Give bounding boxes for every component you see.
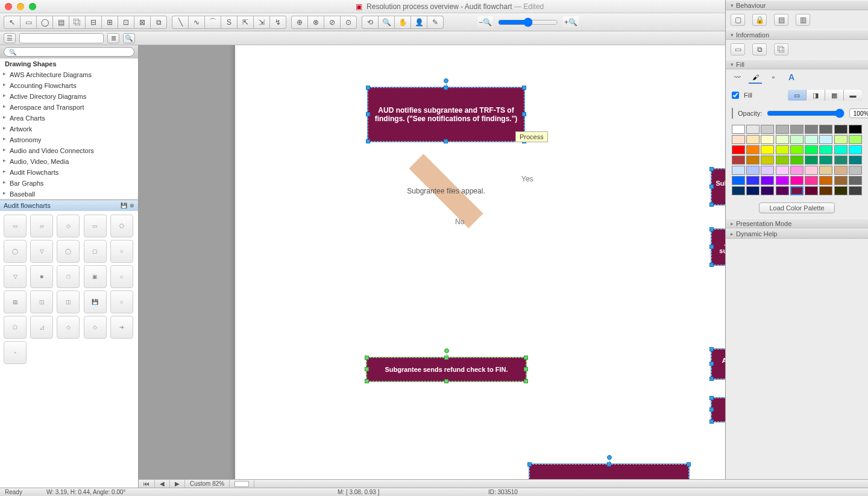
text-tool[interactable]: ▤ [53,16,69,28]
palette-swatch[interactable] [761,166,774,175]
palette-swatch[interactable] [849,166,862,175]
library-category[interactable]: Area Charts [0,113,138,124]
palette-swatch[interactable] [761,176,774,185]
palette-swatch[interactable] [819,125,832,134]
stencil-shape[interactable]: ◫ [30,290,53,313]
fill-tab-fill[interactable]: 🖌 [749,72,762,84]
palette-swatch[interactable] [790,135,804,144]
lock-icon[interactable]: 🔒 [752,14,767,26]
palette-swatch[interactable] [761,145,774,154]
fill-type-gradient[interactable]: ◨ [807,90,825,101]
info-icon-2[interactable]: ⧉ [752,43,767,55]
stencil-shape[interactable]: ⬠ [110,215,133,237]
behaviour-icon-3[interactable]: ▤ [774,14,788,26]
zoom-icon[interactable] [29,3,36,10]
library-category[interactable]: Audio, Video, Media [0,156,138,167]
library-category[interactable]: Baseball [0,189,138,199]
palette-swatch[interactable] [776,186,789,195]
section-presentation[interactable]: Presentation Mode [726,218,868,228]
arrange-tool[interactable]: ⧉ [151,16,166,28]
palette-swatch[interactable] [805,186,818,195]
palette-swatch[interactable] [819,176,832,185]
zoom-in-button[interactable]: +🔍 [563,16,579,28]
palette-swatch[interactable] [790,125,804,134]
library-category[interactable]: Bar Graphs [0,178,138,189]
palette-swatch[interactable] [790,166,804,175]
group-tool[interactable]: ⿻ [69,16,85,28]
stencil-shape[interactable]: ▢ [84,240,107,263]
stencil-shape[interactable]: ◯ [57,240,80,263]
stencil-shape[interactable]: ▽ [30,240,53,263]
snap-tool-2[interactable]: ⊗ [308,16,324,28]
palette-swatch[interactable] [849,186,862,195]
palette-swatch[interactable] [776,135,789,144]
connector-2[interactable]: ⇲ [254,16,269,28]
opacity-slider[interactable] [767,108,844,118]
palette-swatch[interactable] [761,186,774,195]
palette-swatch[interactable] [732,135,745,144]
library-category[interactable]: Active Directory Diagrams [0,91,138,102]
search-icon[interactable]: 🔍 [123,33,135,43]
palette-swatch[interactable] [849,135,862,144]
fill-type-solid[interactable]: ▭ [788,90,806,101]
refresh-tool[interactable]: ⟲ [362,16,378,28]
zoom-slider[interactable] [498,17,558,27]
snap-tool-1[interactable]: ⊕ [292,16,307,28]
palette-swatch[interactable] [805,135,818,144]
distribute-tool[interactable]: ⊠ [134,16,150,28]
stencil-save-icon[interactable]: 💾 [121,202,127,209]
find-input[interactable] [19,33,104,43]
stencil-shape[interactable]: ■ [30,265,53,288]
stencil-shape[interactable]: □ [57,265,80,288]
palette-swatch[interactable] [834,166,848,175]
align-tool-3[interactable]: ⊡ [118,16,134,28]
stencil-shape[interactable]: ◇ [57,316,80,339]
library-category[interactable]: Astronomy [0,134,138,145]
palette-swatch[interactable] [746,135,760,144]
curve-tool[interactable]: ∿ [189,16,204,28]
palette-swatch[interactable] [805,166,818,175]
palette-swatch[interactable] [732,176,745,185]
align-tool-2[interactable]: ⊞ [102,16,118,28]
palette-swatch[interactable] [746,155,760,165]
palette-swatch[interactable] [776,176,789,185]
palette-swatch[interactable] [834,145,848,154]
stencil-shape[interactable]: ▣ [84,265,107,288]
behaviour-icon-1[interactable]: ▢ [731,14,745,26]
palette-swatch[interactable] [776,125,789,134]
library-category[interactable]: Aerospace and Transport [0,102,138,113]
stencil-shape[interactable]: ▫ [4,341,27,364]
palette-swatch[interactable] [790,186,804,195]
stencil-shape[interactable]: ◯ [4,240,27,263]
connector-1[interactable]: ⇱ [237,16,253,28]
stencil-shape[interactable]: ○ [110,265,133,288]
section-behaviour[interactable]: Behaviour [726,0,868,10]
palette-swatch[interactable] [746,186,760,195]
library-search-input[interactable] [4,47,134,57]
palette-swatch[interactable] [776,166,789,175]
library-category[interactable]: Audit Flowcharts [0,167,138,178]
eyedrop-tool[interactable]: ✎ [427,16,443,28]
palette-swatch[interactable] [732,145,745,154]
palette-swatch[interactable] [746,125,760,134]
palette-swatch[interactable] [819,135,832,144]
spline-tool[interactable]: S [221,16,237,28]
palette-swatch[interactable] [849,125,862,134]
section-information[interactable]: Information [726,30,868,40]
palette-swatch[interactable] [732,186,745,195]
line-tool[interactable]: ╲ [172,16,188,28]
stencil-shape[interactable]: ▭ [4,215,27,237]
stencil-shape[interactable]: ⬡ [4,316,27,339]
section-dynamic-help[interactable]: Dynamic Help [726,228,868,239]
palette-swatch[interactable] [819,166,832,175]
zoom-out-button[interactable]: −🔍 [477,16,493,28]
stencil-shape[interactable]: 💾 [84,290,107,313]
palette-swatch[interactable] [805,145,818,154]
fill-tab-text[interactable]: A [785,72,798,84]
sheet-nav-first[interactable]: ⏮ [139,480,155,488]
close-icon[interactable] [5,3,12,10]
palette-swatch[interactable] [746,166,760,175]
load-palette-button[interactable]: Load Color Palette [759,202,834,213]
zoom-display[interactable]: Custom 82% [185,480,230,488]
fill-tab-shadow[interactable]: ▫ [767,72,780,84]
